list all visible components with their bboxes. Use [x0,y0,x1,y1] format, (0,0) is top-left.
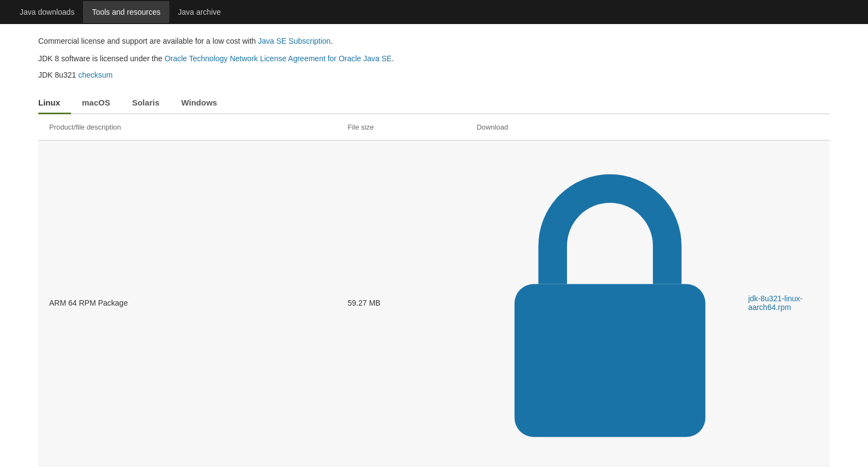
java-se-subscription-link[interactable]: Java SE Subscription [258,37,330,45]
download-table-wrapper: Product/file description File size Downl… [38,114,830,468]
top-nav: Java downloads Tools and resources Java … [0,0,868,24]
svg-rect-0 [515,284,705,437]
row-description: ARM 64 Compressed Archive [38,466,341,468]
tab-macos[interactable]: macOS [82,92,121,114]
download-link[interactable]: jdk-8u321-linux-aarch64.rpm [476,150,823,456]
intro-text-prefix: Commercial license and support are avail… [38,37,258,45]
os-tabs: Linux macOS Solaris Windows [38,92,830,114]
nav-tools-resources[interactable]: Tools and resources [83,1,169,23]
col-header-filesize: File size [341,114,470,141]
table-header-row: Product/file description File size Downl… [38,114,830,141]
row-download-cell: jdk-8u321-linux-aarch64.rpm [470,140,830,466]
table-row: ARM 64 RPM Package59.27 MB jdk-8u321-lin… [38,140,830,466]
row-filesize: 71.02 MB [341,466,470,468]
nav-java-archive[interactable]: Java archive [169,1,230,23]
nav-java-downloads[interactable]: Java downloads [11,1,83,23]
tab-linux[interactable]: Linux [38,92,71,114]
intro-text-2-suffix: . [392,54,394,63]
checksum-link[interactable]: checksum [78,71,113,79]
checksum-prefix: JDK 8u321 [38,71,78,79]
row-description: ARM 64 RPM Package [38,140,341,466]
download-table: Product/file description File size Downl… [38,114,830,468]
table-row: ARM 64 Compressed Archive71.02 MB jdk-8u… [38,466,830,468]
intro-text-2-prefix: JDK 8 software is licensed under the [38,54,164,63]
col-header-download: Download [470,114,830,141]
checksum-line: JDK 8u321 checksum [38,71,830,79]
oracle-license-link[interactable]: Oracle Technology Network License Agreem… [164,54,392,63]
intro-paragraph-2: JDK 8 software is licensed under the Ora… [38,52,830,65]
col-header-description: Product/file description [38,114,341,141]
main-content: Commercial license and support are avail… [0,24,868,468]
row-download-cell: jdk-8u321-linux-aarch64.tar.gz [470,466,830,468]
tab-solaris[interactable]: Solaris [132,92,170,114]
tab-windows[interactable]: Windows [181,92,228,114]
lock-icon [476,150,743,456]
intro-paragraph-1: Commercial license and support are avail… [38,35,830,47]
intro-text-suffix: . [330,37,333,45]
download-filename: jdk-8u321-linux-aarch64.rpm [748,294,823,312]
row-filesize: 59.27 MB [341,140,470,466]
